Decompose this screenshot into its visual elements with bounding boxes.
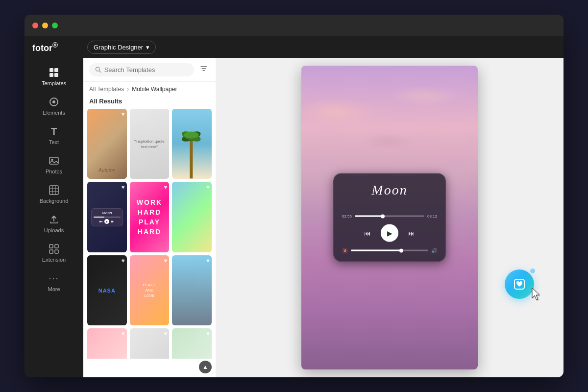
fab-container (505, 270, 534, 299)
music-player-card: Moon · · · 02:55 08:12 ⏮ ▶ (333, 173, 446, 262)
template-street[interactable]: ♥ (172, 255, 212, 325)
heart-icon (513, 278, 526, 291)
time-current: 02:55 (342, 214, 352, 219)
main-canvas: Moon · · · 02:55 08:12 ⏮ ▶ (216, 58, 564, 377)
template-row: NASA ♥ PEACE AND LOVE ♥ ♥ (87, 255, 212, 325)
logo-superscript: ® (52, 41, 58, 49)
favorite-icon: ♥ (122, 257, 125, 264)
template-autumn[interactable]: Autumn ♥ (87, 109, 127, 179)
template-love-flowers[interactable]: love ♥ (87, 328, 127, 359)
app-window: fotor® Graphic Designer ▾ Templates (24, 15, 564, 377)
template-row: Autumn ♥ "inspiration quote text here" (87, 109, 212, 179)
breadcrumb-parent[interactable]: All Templates (89, 86, 124, 93)
volume-control: 🔇 🔊 (342, 248, 437, 253)
save-favorites-button[interactable] (505, 270, 534, 299)
svg-rect-16 (55, 250, 58, 253)
template-quote[interactable]: "inspiration quote text here" (130, 109, 170, 179)
fast-forward-button[interactable]: ⏭ (408, 229, 415, 237)
play-button[interactable]: ▶ (381, 224, 398, 242)
results-label: All Results (83, 97, 216, 109)
time-total: 08:12 (427, 214, 437, 219)
favorite-icon: ♥ (122, 111, 125, 118)
maximize-button[interactable] (52, 23, 58, 28)
sidebar-item-elements[interactable]: Elements (24, 91, 83, 121)
svg-rect-18 (190, 139, 193, 179)
scroll-up-button[interactable]: ▲ (199, 361, 212, 373)
sidebar-item-photos[interactable]: Photos (24, 150, 83, 179)
volume-min-icon: 🔇 (342, 248, 348, 253)
chevron-down-icon: ▾ (146, 44, 149, 51)
photos-icon (48, 155, 60, 167)
header-toolbar: fotor® Graphic Designer ▾ (24, 36, 564, 58)
sidebar: Templates Elements T Text (24, 58, 83, 377)
app-body: Templates Elements T Text (24, 58, 564, 377)
sidebar-item-elements-label: Elements (43, 110, 65, 116)
progress-track[interactable] (355, 216, 424, 217)
template-peace[interactable]: PEACE AND LOVE ♥ (130, 255, 170, 325)
mode-dropdown[interactable]: Graphic Designer ▾ (87, 41, 156, 54)
elements-icon (48, 96, 60, 108)
progress-bar: 02:55 08:12 (342, 214, 437, 219)
panel-header (83, 58, 216, 82)
favorite-icon: ♥ (164, 330, 167, 337)
volume-max-icon: 🔊 (431, 248, 437, 253)
filter-icon (200, 65, 208, 73)
svg-rect-0 (49, 68, 53, 72)
close-button[interactable] (32, 23, 38, 28)
template-grid: Autumn ♥ "inspiration quote text here" (83, 109, 216, 359)
music-subtitle: · · · (342, 202, 437, 206)
extension-icon (48, 243, 60, 255)
sidebar-item-uploads-label: Uploads (44, 227, 64, 233)
template-botanical[interactable]: ♥ (172, 328, 212, 359)
favorite-icon: ♥ (206, 330, 210, 337)
text-icon: T (48, 125, 60, 137)
sidebar-item-extension[interactable]: Extension (24, 238, 83, 268)
svg-rect-15 (49, 250, 53, 253)
breadcrumb-current: Mobile Wallpaper (132, 86, 177, 93)
svg-rect-14 (55, 245, 58, 248)
more-icon: ··· (48, 272, 60, 284)
sidebar-item-text[interactable]: T Text (24, 121, 83, 150)
sidebar-item-more[interactable]: ··· More (24, 268, 83, 297)
svg-point-21 (184, 131, 199, 138)
template-workhardplayhard[interactable]: WORK HARD PLAY HARD ♥ (130, 182, 170, 252)
search-icon (95, 66, 101, 73)
favorite-icon: ♥ (164, 184, 167, 191)
template-row: love ♥ ♥ ♥ (87, 328, 212, 359)
background-icon (48, 184, 60, 196)
svg-rect-3 (54, 73, 58, 77)
favorite-icon: ♥ (122, 330, 125, 337)
template-nasa[interactable]: NASA ♥ (87, 255, 127, 325)
logo: fotor® (32, 41, 58, 53)
sidebar-item-text-label: Text (49, 139, 59, 145)
template-music[interactable]: Moon ⏮ ▶ ⏭ ♥ (87, 182, 127, 252)
template-palm[interactable] (172, 109, 212, 179)
progress-dot (381, 214, 385, 218)
minimize-button[interactable] (42, 23, 48, 28)
sidebar-item-background[interactable]: Background (24, 179, 83, 209)
sidebar-item-uploads[interactable]: Uploads (24, 209, 83, 238)
rewind-button[interactable]: ⏮ (364, 229, 371, 237)
svg-rect-2 (49, 73, 53, 77)
volume-fill (351, 250, 401, 251)
uploads-icon (48, 214, 60, 225)
templates-icon (48, 67, 60, 78)
search-input[interactable] (104, 66, 188, 74)
template-fashion[interactable]: ♥ (130, 328, 170, 359)
templates-panel: All Templates › Mobile Wallpaper All Res… (83, 58, 216, 377)
template-ocean[interactable]: ♥ (172, 182, 212, 252)
filter-button[interactable] (198, 63, 210, 76)
sidebar-item-more-label: More (48, 286, 60, 292)
svg-point-7 (51, 159, 53, 161)
svg-rect-1 (54, 68, 58, 72)
logo-area: fotor® (32, 41, 81, 53)
volume-track[interactable] (351, 250, 428, 251)
scroll-controls: ▲ (83, 359, 216, 377)
sidebar-item-templates[interactable]: Templates (24, 62, 83, 91)
progress-fill (355, 216, 383, 217)
favorite-icon: ♥ (122, 184, 125, 191)
breadcrumb: All Templates › Mobile Wallpaper (83, 82, 216, 97)
sidebar-item-background-label: Background (40, 198, 69, 204)
svg-rect-13 (49, 245, 53, 248)
sidebar-item-templates-label: Templates (42, 80, 66, 86)
